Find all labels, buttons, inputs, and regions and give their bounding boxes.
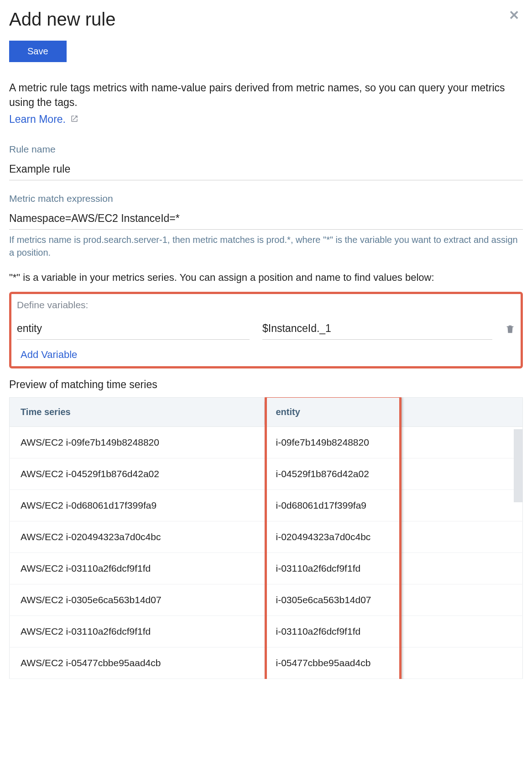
table-row: AWS/EC2 i-09fe7b149b8248820i-09fe7b149b8… bbox=[10, 427, 523, 458]
time-series-cell: AWS/EC2 i-020494323a7d0c4bc bbox=[10, 521, 265, 553]
time-series-cell: AWS/EC2 i-0d68061d17f399fa9 bbox=[10, 490, 265, 521]
rule-name-input[interactable] bbox=[9, 160, 523, 180]
define-variables-section: Define variables: Add Variable bbox=[9, 292, 523, 368]
learn-more-label: Learn More. bbox=[9, 113, 66, 126]
time-series-cell: AWS/EC2 i-04529f1b876d42a02 bbox=[10, 458, 265, 490]
entity-cell: i-020494323a7d0c4bc bbox=[265, 521, 523, 553]
entity-cell: i-0305e6ca563b14d07 bbox=[265, 584, 523, 616]
save-button[interactable]: Save bbox=[9, 41, 67, 62]
table-row: AWS/EC2 i-03110a2f6dcf9f1fdi-03110a2f6dc… bbox=[10, 616, 523, 647]
define-variables-label: Define variables: bbox=[17, 300, 515, 310]
preview-header-time-series[interactable]: Time series bbox=[10, 398, 265, 427]
variable-name-input[interactable] bbox=[17, 321, 250, 340]
learn-more-link[interactable]: Learn More. bbox=[9, 113, 78, 126]
metric-expr-helper: If metrics name is prod.search.server-1,… bbox=[9, 233, 523, 259]
variable-hint-text: "*" is a variable in your metrics series… bbox=[9, 272, 523, 284]
external-link-icon bbox=[70, 113, 78, 126]
scrollbar-thumb[interactable] bbox=[514, 429, 523, 502]
entity-cell: i-03110a2f6dcf9f1fd bbox=[265, 553, 523, 584]
variable-row bbox=[17, 321, 515, 340]
time-series-cell: AWS/EC2 i-03110a2f6dcf9f1fd bbox=[10, 616, 265, 647]
preview-title: Preview of matching time series bbox=[9, 379, 523, 391]
table-row: AWS/EC2 i-03110a2f6dcf9f1fdi-03110a2f6dc… bbox=[10, 553, 523, 584]
table-row: AWS/EC2 i-0d68061d17f399fa9i-0d68061d17f… bbox=[10, 490, 523, 521]
add-variable-button[interactable]: Add Variable bbox=[17, 347, 77, 361]
delete-variable-button[interactable] bbox=[505, 323, 515, 337]
preview-table: Time series entity AWS/EC2 i-09fe7b149b8… bbox=[9, 397, 523, 679]
page-title: Add new rule bbox=[9, 9, 115, 30]
time-series-cell: AWS/EC2 i-03110a2f6dcf9f1fd bbox=[10, 553, 265, 584]
entity-cell: i-09fe7b149b8248820 bbox=[265, 427, 523, 458]
time-series-cell: AWS/EC2 i-0305e6ca563b14d07 bbox=[10, 584, 265, 616]
metric-expr-label: Metric match expression bbox=[9, 193, 523, 204]
trash-icon bbox=[505, 323, 515, 337]
time-series-cell: AWS/EC2 i-05477cbbe95aad4cb bbox=[10, 647, 265, 679]
entity-cell: i-04529f1b876d42a02 bbox=[265, 458, 523, 490]
table-row: AWS/EC2 i-0305e6ca563b14d07i-0305e6ca563… bbox=[10, 584, 523, 616]
close-icon[interactable]: ✕ bbox=[505, 9, 523, 22]
column-divider bbox=[264, 402, 265, 425]
entity-cell: i-05477cbbe95aad4cb bbox=[265, 647, 523, 679]
table-row: AWS/EC2 i-04529f1b876d42a02i-04529f1b876… bbox=[10, 458, 523, 490]
entity-cell: i-0d68061d17f399fa9 bbox=[265, 490, 523, 521]
metric-expr-input[interactable] bbox=[9, 210, 523, 230]
preview-table-wrap: Time series entity AWS/EC2 i-09fe7b149b8… bbox=[9, 397, 523, 679]
table-row: AWS/EC2 i-020494323a7d0c4bci-020494323a7… bbox=[10, 521, 523, 553]
preview-header-entity[interactable]: entity bbox=[265, 398, 523, 427]
entity-cell: i-03110a2f6dcf9f1fd bbox=[265, 616, 523, 647]
time-series-cell: AWS/EC2 i-09fe7b149b8248820 bbox=[10, 427, 265, 458]
table-row: AWS/EC2 i-05477cbbe95aad4cbi-05477cbbe95… bbox=[10, 647, 523, 679]
variable-pattern-input[interactable] bbox=[262, 321, 492, 340]
rule-description: A metric rule tags metrics with name-val… bbox=[9, 80, 523, 110]
rule-name-label: Rule name bbox=[9, 144, 523, 155]
